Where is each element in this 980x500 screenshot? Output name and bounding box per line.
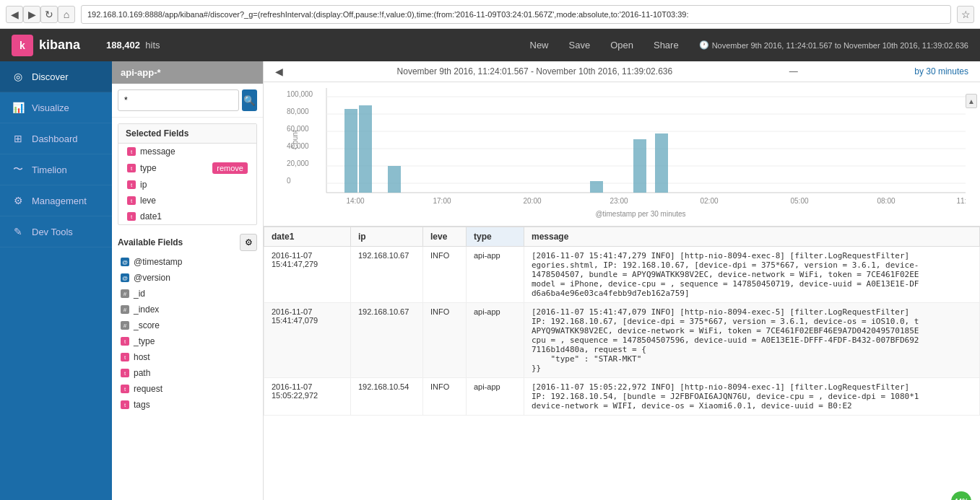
time-range-text: November 9th 2016, 11:24:01.567 - Novemb… bbox=[397, 66, 673, 76]
browser-bar: ◀ ▶ ↻ ⌂ ☆ bbox=[0, 0, 980, 29]
header-buttons: New Save Open Share bbox=[524, 37, 685, 53]
field-name: date1 bbox=[140, 211, 248, 222]
sidebar-item-management[interactable]: ⚙ Management bbox=[0, 185, 112, 216]
new-button[interactable]: New bbox=[524, 37, 555, 53]
th-date1[interactable]: date1 bbox=[264, 227, 351, 247]
sidebar-item-dashboard-label: Dashboard bbox=[32, 133, 78, 144]
table-row: 2016-11-0715:05:22,972 192.168.10.54 INF… bbox=[264, 378, 980, 416]
field-item-index[interactable]: # _index bbox=[112, 302, 263, 317]
field-item-doctype[interactable]: t _type bbox=[112, 333, 263, 349]
sidebar-item-devtools-label: Dev Tools bbox=[32, 227, 73, 237]
cell-ip: 192.168.10.67 bbox=[351, 247, 423, 303]
search-input[interactable] bbox=[118, 89, 239, 111]
field-type-icon: t bbox=[121, 369, 129, 377]
table-row: 2016-11-0715:41:47,079 192.168.10.67 INF… bbox=[264, 303, 980, 378]
svg-text:08:00: 08:00 bbox=[877, 197, 895, 205]
field-item-request[interactable]: t request bbox=[112, 381, 263, 397]
svg-rect-19 bbox=[655, 133, 668, 193]
open-button[interactable]: Open bbox=[604, 37, 639, 53]
hits-count: 188,402 bbox=[106, 40, 140, 51]
share-button[interactable]: Share bbox=[648, 37, 685, 53]
field-name: ip bbox=[140, 180, 248, 190]
field-type-icon: # bbox=[121, 289, 129, 298]
field-name: host bbox=[134, 352, 254, 362]
field-item-path[interactable]: t path bbox=[112, 365, 263, 381]
field-item-tags[interactable]: t tags bbox=[112, 397, 263, 413]
bookmark-button[interactable]: ☆ bbox=[957, 6, 974, 23]
time-range-header: November 9th 2016, 11:24:01.567 to Novem… bbox=[712, 41, 968, 50]
back-button[interactable]: ◀ bbox=[6, 6, 23, 23]
sidebar-item-timelion[interactable]: 〜 Timelion bbox=[0, 154, 112, 185]
field-item-message[interactable]: t message bbox=[118, 144, 256, 159]
sidebar-item-timelion-label: Timelion bbox=[32, 165, 67, 175]
field-item-leve[interactable]: t leve bbox=[118, 193, 256, 209]
cell-type: api-app bbox=[467, 247, 524, 303]
available-fields-title: Available Fields bbox=[118, 237, 183, 247]
svg-text:11:00: 11:00 bbox=[956, 197, 966, 205]
field-type-icon: t bbox=[127, 196, 136, 205]
field-name: path bbox=[134, 368, 254, 378]
field-name: tags bbox=[134, 400, 254, 410]
wrench-icon: ✎ bbox=[12, 225, 25, 238]
results-table: date1 ip leve type message 2016-11-0715:… bbox=[264, 227, 980, 416]
th-leve[interactable]: leve bbox=[423, 227, 467, 247]
time-range-link[interactable]: by 30 minutes bbox=[914, 66, 968, 76]
field-name: _type bbox=[134, 336, 254, 346]
field-item-id[interactable]: # _id bbox=[112, 286, 263, 302]
field-item-type[interactable]: t type remove bbox=[118, 159, 256, 177]
time-range-bar: ◀ November 9th 2016, 11:24:01.567 - Nove… bbox=[264, 61, 980, 82]
forward-button[interactable]: ▶ bbox=[23, 6, 40, 23]
available-fields-section: Available Fields ⚙ bbox=[112, 231, 263, 254]
available-fields-gear-button[interactable]: ⚙ bbox=[240, 234, 257, 251]
bar-chart-icon: 📊 bbox=[12, 101, 25, 114]
svg-text:14:00: 14:00 bbox=[346, 197, 364, 205]
field-name: @timestamp bbox=[134, 257, 254, 267]
field-item-host[interactable]: t host bbox=[112, 349, 263, 365]
time-info: 🕐 November 9th 2016, 11:24:01.567 to Nov… bbox=[699, 40, 968, 50]
collapse-left-button[interactable]: ◀ bbox=[275, 66, 283, 77]
svg-text:23:00: 23:00 bbox=[610, 197, 628, 205]
svg-text:0: 0 bbox=[287, 177, 291, 185]
cell-message: [2016-11-07 15:05:22,972 INFO] [http-nio… bbox=[524, 378, 980, 416]
field-item-timestamp[interactable]: @ @timestamp bbox=[112, 254, 263, 270]
field-item-date1[interactable]: t date1 bbox=[118, 209, 256, 224]
cell-date1: 2016-11-0715:05:22,972 bbox=[264, 378, 351, 416]
field-type-icon: t bbox=[127, 164, 136, 172]
index-pattern[interactable]: api-app-* bbox=[112, 61, 263, 84]
chart-collapse-button[interactable]: ▲ bbox=[966, 94, 977, 108]
sidebar-item-devtools[interactable]: ✎ Dev Tools bbox=[0, 216, 112, 247]
sidebar-item-visualize-label: Visualize bbox=[32, 102, 69, 113]
svg-text:02:00: 02:00 bbox=[700, 197, 718, 205]
th-message[interactable]: message bbox=[524, 227, 980, 247]
sidebar-item-dashboard[interactable]: ⊞ Dashboard bbox=[0, 123, 112, 154]
search-button[interactable]: 🔍 bbox=[242, 89, 257, 111]
remove-field-button[interactable]: remove bbox=[212, 162, 248, 174]
results-area: date1 ip leve type message 2016-11-0715:… bbox=[264, 227, 980, 500]
field-item-ip[interactable]: t ip bbox=[118, 177, 256, 193]
cell-type: api-app bbox=[467, 378, 524, 416]
cell-message: [2016-11-07 15:41:47,079 INFO] [http-nio… bbox=[524, 303, 980, 378]
sidebar-item-discover[interactable]: ◎ Discover bbox=[0, 61, 112, 92]
home-button[interactable]: ⌂ bbox=[58, 6, 75, 23]
search-bar-row: 🔍 bbox=[112, 84, 263, 118]
field-name: leve bbox=[140, 196, 248, 206]
sidebar-item-visualize[interactable]: 📊 Visualize bbox=[0, 92, 112, 123]
save-button[interactable]: Save bbox=[563, 37, 597, 53]
selected-fields-box: Selected Fields t message t type remove … bbox=[118, 123, 257, 225]
svg-rect-17 bbox=[590, 181, 603, 193]
svg-rect-16 bbox=[388, 166, 401, 193]
th-type[interactable]: type bbox=[467, 227, 524, 247]
clock-icon: 🕐 bbox=[699, 40, 709, 50]
fields-panel: api-app-* 🔍 Selected Fields t message t … bbox=[112, 61, 264, 500]
kibana-logo-text: kibana bbox=[39, 38, 80, 53]
field-item-version[interactable]: @ @version bbox=[112, 270, 263, 286]
th-ip[interactable]: ip bbox=[351, 227, 423, 247]
svg-text:17:00: 17:00 bbox=[433, 197, 451, 205]
field-type-icon: t bbox=[127, 180, 136, 189]
available-fields-list: @ @timestamp @ @version # _id # _index #… bbox=[112, 254, 263, 500]
cell-type: api-app bbox=[467, 303, 524, 378]
field-item-score[interactable]: # _score bbox=[112, 317, 263, 333]
field-type-icon: t bbox=[121, 337, 129, 346]
refresh-button[interactable]: ↻ bbox=[40, 6, 58, 23]
address-bar[interactable] bbox=[81, 5, 951, 24]
